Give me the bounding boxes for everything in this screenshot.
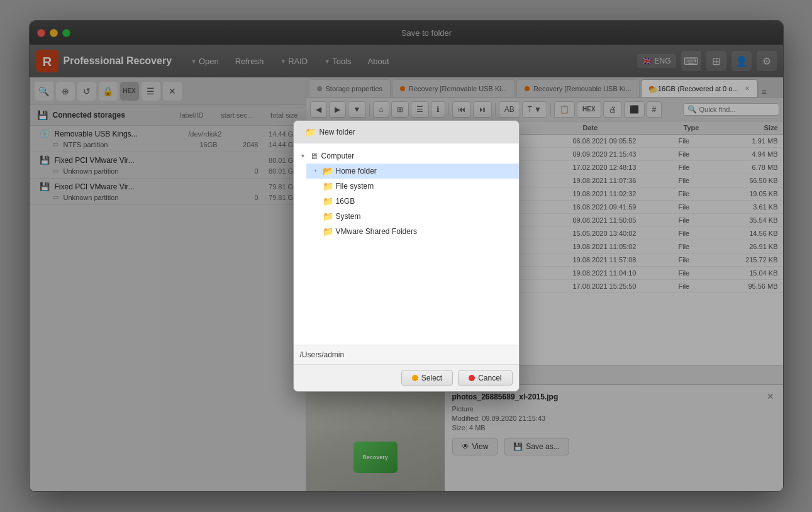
- dialog-path: /Users/admin: [294, 345, 519, 364]
- expand-system[interactable]: [311, 212, 320, 221]
- vmware-label: VMware Shared Folders: [336, 227, 417, 236]
- expand-filesystem[interactable]: [311, 182, 320, 191]
- select-dot: [412, 375, 418, 381]
- filesystem-icon: 📁: [323, 181, 333, 191]
- 16gb-icon: 📁: [323, 196, 333, 206]
- new-folder-icon: 📁: [305, 127, 316, 137]
- expand-16gb[interactable]: [311, 197, 320, 206]
- dialog-tree: ▼ 🖥 Computer + 📂 Home folder 📁 File syst…: [294, 143, 519, 345]
- tree-item-computer[interactable]: ▼ 🖥 Computer: [294, 148, 519, 164]
- vmware-icon: 📁: [323, 226, 333, 237]
- home-folder-icon: 📂: [323, 166, 333, 176]
- save-folder-dialog: 📁 New folder ▼ 🖥 Computer + 📂 Home folde…: [293, 120, 520, 392]
- system-icon: 📁: [323, 211, 333, 221]
- cancel-dot: [469, 375, 475, 381]
- tree-item-vmware[interactable]: 📁 VMware Shared Folders: [306, 224, 519, 239]
- new-folder-button[interactable]: 📁 New folder: [300, 125, 360, 140]
- system-label: System: [336, 212, 361, 221]
- tree-children: + 📂 Home folder 📁 File system 📁 16GB: [294, 164, 519, 239]
- tree-item-system[interactable]: 📁 System: [306, 209, 519, 224]
- tree-item-home[interactable]: + 📂 Home folder: [306, 164, 519, 179]
- 16gb-label: 16GB: [336, 197, 355, 206]
- tree-item-16gb[interactable]: 📁 16GB: [306, 194, 519, 209]
- computer-icon: 🖥: [310, 151, 319, 161]
- filesystem-label: File system: [336, 182, 374, 191]
- dialog-toolbar: 📁 New folder: [294, 121, 519, 143]
- expand-computer[interactable]: ▼: [299, 152, 308, 160]
- dialog-footer: Select Cancel: [294, 364, 519, 391]
- modal-overlay: 📁 New folder ▼ 🖥 Computer + 📂 Home folde…: [0, 0, 812, 512]
- tree-item-filesystem[interactable]: 📁 File system: [306, 179, 519, 194]
- expand-vmware[interactable]: [311, 227, 320, 236]
- cancel-button[interactable]: Cancel: [458, 370, 512, 386]
- home-label: Home folder: [336, 167, 377, 175]
- select-button[interactable]: Select: [401, 370, 453, 386]
- expand-home[interactable]: +: [311, 167, 320, 175]
- computer-label: Computer: [321, 152, 355, 160]
